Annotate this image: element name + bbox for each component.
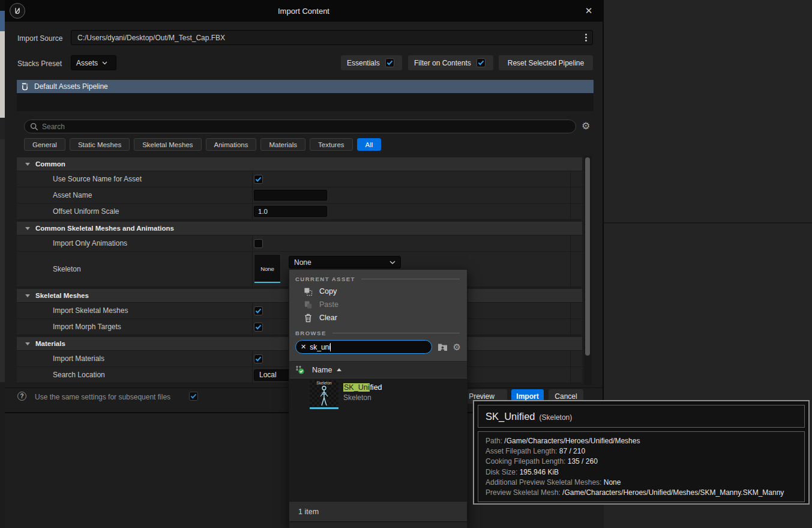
- filter-on-contents-toggle[interactable]: Filter on Contents: [408, 55, 493, 70]
- section-skeletal-meshes-title: Skeletal Meshes: [35, 292, 89, 299]
- section-materials-title: Materials: [35, 340, 65, 347]
- asset-search-input[interactable]: [310, 343, 426, 351]
- backdrop-segment: [0, 0, 5, 11]
- offset-uniform-scale-input[interactable]: [254, 206, 327, 217]
- tooltip-asset-name: SK_Unified: [486, 405, 535, 427]
- text-caret: [330, 343, 331, 351]
- reset-selected-pipeline-button[interactable]: Reset Selected Pipeline: [499, 55, 593, 70]
- row-offset-uniform-scale: Offset Uniform Scale: [17, 204, 582, 220]
- asset-result-sk-unified[interactable]: Skeleton SK_Unified Skeleton: [289, 380, 467, 411]
- current-asset-heading: CURRENT ASSET: [295, 276, 460, 282]
- tooltip-info-box: Path: /Game/Characters/Heroes/Unified/Me…: [478, 431, 805, 502]
- view-settings-gear-icon[interactable]: ⚙: [453, 342, 461, 352]
- search-settings-gear-icon[interactable]: ⚙: [582, 121, 590, 131]
- import-materials-label: Import Materials: [53, 354, 104, 363]
- tooltip-row-asset-filepath: Asset Filepath Length: 87 / 210: [486, 446, 797, 457]
- properties-scrollbar-thumb[interactable]: [585, 157, 590, 356]
- import-source-field[interactable]: C:/Users/dyani/Desktop/Out/M_Test_Cap.FB…: [71, 30, 593, 45]
- settings-search-input[interactable]: [42, 123, 570, 131]
- asset-tooltip: SK_Unified (Skeleton) Path: /Game/Charac…: [473, 400, 810, 505]
- search-icon: [30, 123, 38, 131]
- tab-animations[interactable]: Animations: [206, 138, 257, 151]
- import-source-label: Import Source: [17, 34, 62, 43]
- browse-to-asset-folder-icon[interactable]: [438, 343, 448, 351]
- filter-on-contents-checkbox[interactable]: [477, 58, 486, 67]
- import-morph-targets-checkbox[interactable]: [254, 323, 263, 332]
- paste-label: Paste: [319, 300, 338, 309]
- trash-icon: [304, 314, 313, 323]
- skeleton-thumbnail-text: None: [260, 266, 274, 272]
- unreal-logo-icon: [10, 3, 25, 19]
- same-settings-checkbox[interactable]: [189, 392, 198, 401]
- tooltip-title-box: SK_Unified (Skeleton): [478, 405, 805, 428]
- default-assets-pipeline-row[interactable]: Default Assets Pipeline: [17, 80, 594, 93]
- collapse-arrow-icon[interactable]: [25, 294, 30, 297]
- copy-icon: [304, 287, 313, 296]
- tooltip-row-preview-mesh: Preview Skeletal Mesh: /Game/Characters/…: [486, 488, 797, 498]
- pipeline-stack-empty-row[interactable]: [17, 93, 594, 111]
- menu-item-clear[interactable]: Clear: [289, 311, 467, 324]
- import-only-animations-checkbox[interactable]: [254, 239, 263, 248]
- backdrop-segment: [0, 118, 5, 139]
- settings-search-bar[interactable]: [24, 120, 576, 133]
- offset-uniform-scale-label: Offset Uniform Scale: [53, 207, 119, 216]
- result-count-bar: 1 item: [289, 501, 467, 521]
- thumbnail-caption: Skeleton: [310, 381, 338, 385]
- copy-label: Copy: [319, 287, 337, 296]
- tab-skeletal-meshes[interactable]: Skeletal Meshes: [134, 138, 201, 151]
- asset-name-input[interactable]: [254, 190, 327, 201]
- row-import-only-animations: Import Only Animations: [17, 235, 582, 252]
- skeleton-asset-thumbnail: Skeleton: [310, 380, 338, 409]
- backdrop-segment: [0, 382, 5, 528]
- skeleton-combobox-value: None: [294, 258, 389, 267]
- tab-general[interactable]: General: [24, 138, 65, 151]
- tab-textures[interactable]: Textures: [310, 138, 352, 151]
- current-asset-heading-text: CURRENT ASSET: [295, 276, 355, 282]
- list-view-options-icon[interactable]: [295, 365, 305, 375]
- tab-all[interactable]: All: [357, 138, 382, 151]
- menu-item-paste[interactable]: Paste: [289, 298, 467, 311]
- tooltip-row-cooking-filepath: Cooking Filepath Length: 135 / 260: [486, 457, 797, 467]
- more-options-icon[interactable]: [585, 34, 587, 41]
- asset-search-field[interactable]: ✕: [295, 340, 432, 354]
- same-settings-label: Use the same settings for subsequent fil…: [35, 393, 170, 401]
- collapse-arrow-icon[interactable]: [25, 163, 30, 166]
- import-morph-targets-label: Import Morph Targets: [53, 323, 121, 331]
- import-materials-checkbox[interactable]: [254, 354, 263, 363]
- use-source-name-checkbox[interactable]: [254, 175, 263, 184]
- row-asset-name: Asset Name: [17, 187, 582, 204]
- asset-list-header[interactable]: Name: [289, 361, 467, 378]
- tab-static-meshes[interactable]: Static Meshes: [70, 138, 130, 151]
- backdrop-segment: [0, 11, 5, 31]
- skeleton-asset-combobox[interactable]: None: [289, 256, 401, 269]
- import-skeletal-meshes-checkbox[interactable]: [254, 306, 263, 315]
- chevron-down-icon: [102, 61, 107, 65]
- stacks-preset-dropdown[interactable]: Assets: [71, 55, 116, 70]
- tooltip-asset-type: (Skeleton): [540, 413, 573, 422]
- clear-label: Clear: [319, 314, 337, 322]
- close-icon[interactable]: ✕: [582, 4, 595, 17]
- browse-heading-text: BROWSE: [295, 330, 326, 336]
- menu-item-copy[interactable]: Copy: [289, 285, 467, 298]
- name-column-header[interactable]: Name: [312, 366, 332, 374]
- help-icon[interactable]: ?: [17, 392, 26, 401]
- backdrop-segment: [0, 139, 5, 382]
- collapse-arrow-icon[interactable]: [25, 342, 30, 345]
- tab-materials[interactable]: Materials: [260, 138, 305, 151]
- asset-result-type: Skeleton: [343, 393, 382, 402]
- essentials-toggle[interactable]: Essentials: [341, 55, 402, 70]
- essentials-checkbox[interactable]: [385, 58, 394, 67]
- asset-name-label: Asset Name: [53, 191, 92, 199]
- filter-on-contents-label: Filter on Contents: [414, 59, 471, 67]
- dialog-titlebar[interactable]: Import Content ✕: [5, 0, 603, 22]
- skeleton-asset-picker-popup: CURRENT ASSET Copy Paste Clear BROWSE ✕: [289, 269, 468, 528]
- asset-result-name: SK_Unified: [343, 383, 382, 392]
- use-source-name-label: Use Source Name for Asset: [53, 175, 142, 183]
- asset-name-rest: fied: [370, 383, 382, 392]
- dialog-title: Import Content: [278, 7, 329, 16]
- section-common[interactable]: Common: [17, 157, 582, 171]
- clear-search-icon[interactable]: ✕: [301, 343, 306, 351]
- section-common-skeletal[interactable]: Common Skeletal Meshes and Animations: [17, 222, 582, 235]
- skeleton-thumbnail[interactable]: None: [254, 254, 281, 284]
- collapse-arrow-icon[interactable]: [25, 227, 30, 230]
